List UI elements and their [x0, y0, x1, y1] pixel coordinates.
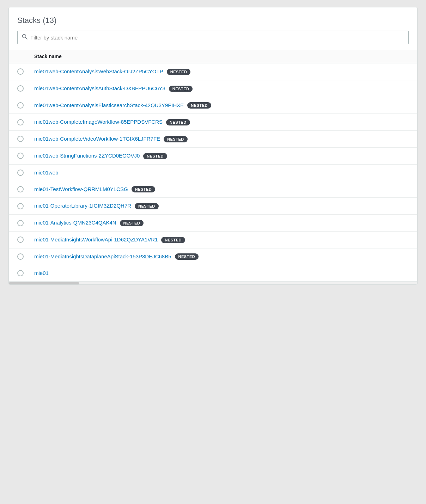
row-radio-button[interactable]	[17, 153, 24, 159]
table-row: mie01-TestWorkflow-QRRMLM0YLCSGNESTED	[9, 181, 417, 198]
nested-badge: NESTED	[175, 253, 199, 260]
column-header-name: Stack name	[34, 54, 62, 59]
table-row: mie01-OperatorLibrary-1IGIM3ZD2QH7RNESTE…	[9, 198, 417, 215]
table-row: mie01-MediaInsightsWorkflowApi-1D62QZDYA…	[9, 232, 417, 248]
stack-link[interactable]: mie01-Analytics-QMN23C4QAK4N	[34, 220, 116, 226]
stack-link[interactable]: mie01-MediaInsightsWorkflowApi-1D62QZDYA…	[34, 236, 158, 242]
title-count: (13)	[43, 16, 56, 25]
nested-badge: NESTED	[167, 69, 191, 75]
row-radio-button[interactable]	[17, 253, 24, 260]
stack-link[interactable]: mie01-MediaInsightsDataplaneApiStack-153…	[34, 253, 171, 259]
nested-badge: NESTED	[169, 86, 193, 92]
stack-name-cell: mie01web-CompleteImageWorkflow-85EPPDSVF…	[34, 119, 190, 125]
stack-name-cell: mie01web	[34, 170, 58, 176]
stack-link[interactable]: mie01web	[34, 170, 58, 176]
stack-name-cell: mie01	[34, 270, 49, 276]
nested-badge: NESTED	[135, 203, 159, 209]
nested-badge: NESTED	[132, 186, 156, 192]
stack-link[interactable]: mie01web-ContentAnalysisWebStack-OIJ2ZP5…	[34, 68, 163, 74]
row-radio-button[interactable]	[17, 203, 24, 209]
stack-name-cell: mie01web-ContentAnalysisAuthStack-DXBFPP…	[34, 85, 193, 92]
table-row: mie01web-CompleteVideoWorkflow-1TGIX6LJF…	[9, 131, 417, 148]
stacks-list: mie01web-ContentAnalysisWebStack-OIJ2ZP5…	[9, 63, 417, 282]
stack-link[interactable]: mie01web-StringFunctions-2ZYCD0EGOVJ0	[34, 153, 140, 159]
svg-line-1	[26, 38, 28, 39]
row-radio-button[interactable]	[17, 102, 24, 109]
table-row: mie01web-ContentAnalysisElasticsearchSta…	[9, 97, 417, 114]
search-bar	[17, 31, 409, 44]
table-row: mie01	[9, 265, 417, 282]
stack-link[interactable]: mie01-TestWorkflow-QRRMLM0YLCSG	[34, 186, 128, 192]
scrollbar-area[interactable]	[9, 282, 417, 284]
row-radio-button[interactable]	[17, 119, 24, 125]
stack-name-cell: mie01-Analytics-QMN23C4QAK4NNESTED	[34, 220, 144, 226]
nested-badge: NESTED	[161, 237, 185, 243]
stack-name-cell: mie01-MediaInsightsDataplaneApiStack-153…	[34, 253, 199, 260]
table-row: mie01web-StringFunctions-2ZYCD0EGOVJ0NES…	[9, 148, 417, 165]
table-row: mie01-Analytics-QMN23C4QAK4NNESTED	[9, 215, 417, 232]
stack-link[interactable]: mie01	[34, 270, 49, 276]
table-row: mie01web-CompleteImageWorkflow-85EPPDSVF…	[9, 114, 417, 131]
row-radio-button[interactable]	[17, 220, 24, 226]
stacks-panel: Stacks (13) Stack name mie01web-ContentA…	[8, 7, 418, 285]
search-icon	[22, 34, 28, 41]
table-row: mie01web-ContentAnalysisAuthStack-DXBFPP…	[9, 80, 417, 97]
row-radio-button[interactable]	[17, 85, 24, 92]
scrollbar-thumb[interactable]	[9, 282, 79, 284]
stack-name-cell: mie01web-ContentAnalysisWebStack-OIJ2ZP5…	[34, 68, 190, 75]
panel-title: Stacks (13)	[9, 16, 417, 31]
stack-link[interactable]: mie01web-CompleteImageWorkflow-85EPPDSVF…	[34, 119, 163, 125]
stack-link[interactable]: mie01web-CompleteVideoWorkflow-1TGIX6LJF…	[34, 136, 160, 142]
stack-link[interactable]: mie01web-ContentAnalysisElasticsearchSta…	[34, 102, 184, 108]
search-input[interactable]	[30, 35, 404, 41]
nested-badge: NESTED	[187, 102, 211, 109]
stack-name-cell: mie01web-ContentAnalysisElasticsearchSta…	[34, 102, 211, 109]
table-row: mie01web-ContentAnalysisWebStack-OIJ2ZP5…	[9, 63, 417, 80]
nested-badge: NESTED	[143, 153, 167, 159]
row-radio-button[interactable]	[17, 236, 24, 243]
stack-name-cell: mie01web-StringFunctions-2ZYCD0EGOVJ0NES…	[34, 153, 167, 159]
nested-badge: NESTED	[120, 220, 144, 226]
stack-name-cell: mie01-TestWorkflow-QRRMLM0YLCSGNESTED	[34, 186, 155, 193]
stack-link[interactable]: mie01-OperatorLibrary-1IGIM3ZD2QH7R	[34, 203, 131, 209]
table-header: Stack name	[9, 50, 417, 63]
stack-name-cell: mie01web-CompleteVideoWorkflow-1TGIX6LJF…	[34, 136, 188, 142]
nested-badge: NESTED	[166, 119, 190, 125]
stack-link[interactable]: mie01web-ContentAnalysisAuthStack-DXBFPP…	[34, 85, 165, 91]
row-radio-button[interactable]	[17, 68, 24, 75]
nested-badge: NESTED	[164, 136, 188, 142]
title-text: Stacks	[17, 16, 41, 25]
row-radio-button[interactable]	[17, 270, 24, 276]
table-row: mie01web	[9, 165, 417, 181]
stack-name-cell: mie01-MediaInsightsWorkflowApi-1D62QZDYA…	[34, 236, 185, 243]
row-radio-button[interactable]	[17, 170, 24, 176]
stack-name-cell: mie01-OperatorLibrary-1IGIM3ZD2QH7RNESTE…	[34, 203, 159, 209]
row-radio-button[interactable]	[17, 186, 24, 192]
table-row: mie01-MediaInsightsDataplaneApiStack-153…	[9, 248, 417, 265]
row-radio-button[interactable]	[17, 136, 24, 142]
